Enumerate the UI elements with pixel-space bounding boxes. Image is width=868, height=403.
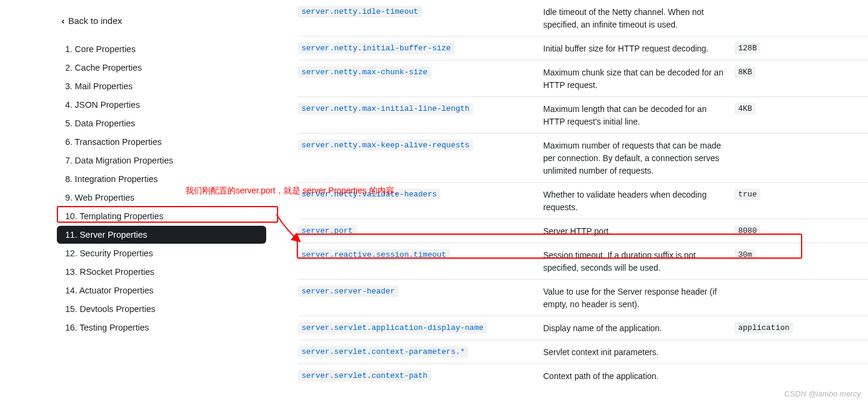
property-name-cell: server.server-header bbox=[298, 286, 543, 311]
property-default-value: 4KB bbox=[735, 103, 756, 114]
property-name-link[interactable]: server.netty.initial-buffer-size bbox=[298, 43, 455, 54]
property-name-link[interactable]: server.netty.max-initial-line-length bbox=[298, 103, 473, 114]
back-label: Back to index bbox=[68, 16, 122, 26]
table-row: server.netty.initial-buffer-sizeInitial … bbox=[298, 36, 868, 60]
properties-table: server.netty.idle-timeoutIdle timeout of… bbox=[298, 0, 868, 387]
sidebar-item[interactable]: 3. Mail Properties bbox=[57, 77, 266, 95]
property-default-cell: 128B bbox=[735, 43, 806, 55]
table-row: server.netty.max-keep-alive-requestsMaxi… bbox=[298, 133, 868, 182]
table-row: server.servlet.context-parameters.*Servl… bbox=[298, 340, 868, 363]
table-row: server.server-headerValue to use for the… bbox=[298, 279, 868, 316]
sidebar-item-label: 14. Actuator Properties bbox=[65, 286, 154, 295]
sidebar-item-label: 4. JSON Properties bbox=[65, 100, 140, 110]
property-default-cell: 4KB bbox=[735, 103, 806, 128]
sidebar-item[interactable]: 4. JSON Properties bbox=[57, 96, 266, 114]
sidebar-item[interactable]: 1. Core Properties bbox=[57, 40, 266, 58]
table-row: server.reactive.session.timeoutSession t… bbox=[298, 243, 868, 279]
table-row: server.portServer HTTP port.8080 bbox=[298, 219, 868, 243]
sidebar-item-label: 13. RSocket Properties bbox=[65, 267, 154, 277]
sidebar-item-label: 8. Integration Properties bbox=[65, 174, 158, 184]
property-default-cell: 30m bbox=[735, 249, 806, 274]
property-default-value: true bbox=[735, 189, 760, 200]
sidebar-item[interactable]: 14. Actuator Properties bbox=[57, 281, 266, 299]
table-row: server.netty.max-chunk-sizeMaximum chunk… bbox=[298, 60, 868, 96]
property-description: Whether to validate headers when decodin… bbox=[543, 189, 735, 214]
property-name-link[interactable]: server.reactive.session.timeout bbox=[298, 249, 450, 260]
sidebar-item[interactable]: 13. RSocket Properties bbox=[57, 263, 266, 281]
property-description: Maximum length that can be decoded for a… bbox=[543, 103, 735, 128]
property-default-cell bbox=[735, 6, 806, 31]
property-default-cell bbox=[735, 370, 806, 383]
sidebar-item-label: 12. Security Properties bbox=[65, 249, 153, 258]
property-name-cell: server.netty.max-keep-alive-requests bbox=[298, 140, 543, 177]
property-name-link[interactable]: server.netty.validate-headers bbox=[298, 189, 440, 200]
property-description: Value to use for the Server response hea… bbox=[543, 286, 735, 311]
sidebar-item[interactable]: 11. Server Properties bbox=[57, 226, 266, 244]
property-name-cell: server.netty.max-initial-line-length bbox=[298, 103, 543, 128]
sidebar-item[interactable]: 16. Testing Properties bbox=[57, 319, 266, 337]
property-default-value: application bbox=[735, 322, 793, 334]
property-name-cell: server.netty.max-chunk-size bbox=[298, 66, 543, 92]
table-row: server.servlet.context-pathContext path … bbox=[298, 363, 868, 387]
property-name-cell: server.servlet.application-display-name bbox=[298, 322, 543, 335]
property-description: Display name of the application. bbox=[543, 322, 735, 335]
property-default-cell: application bbox=[735, 322, 806, 335]
sidebar-item[interactable]: 6. Transaction Properties bbox=[57, 133, 266, 151]
property-name-link[interactable]: server.port bbox=[298, 225, 357, 237]
sidebar: ‹ Back to index 1. Core Properties2. Cac… bbox=[0, 0, 275, 403]
property-name-cell: server.netty.initial-buffer-size bbox=[298, 43, 543, 55]
property-default-value: 8KB bbox=[735, 66, 756, 78]
property-name-link[interactable]: server.servlet.context-parameters.* bbox=[298, 346, 468, 357]
property-description: Maximum number of requests that can be m… bbox=[543, 140, 735, 177]
property-default-value: 30m bbox=[735, 249, 756, 260]
property-description: Idle timeout of the Netty channel. When … bbox=[543, 6, 735, 31]
property-description: Server HTTP port. bbox=[543, 225, 735, 238]
sidebar-nav-list: 1. Core Properties2. Cache Properties3. … bbox=[57, 40, 275, 337]
property-name-link[interactable]: server.netty.max-chunk-size bbox=[298, 66, 431, 78]
property-description: Initial buffer size for HTTP request dec… bbox=[543, 43, 735, 55]
sidebar-item[interactable]: 10. Templating Properties bbox=[57, 207, 266, 225]
table-row: server.netty.validate-headersWhether to … bbox=[298, 182, 868, 219]
sidebar-item[interactable]: 15. Devtools Properties bbox=[57, 300, 266, 318]
sidebar-item[interactable]: 7. Data Migration Properties bbox=[57, 151, 266, 169]
sidebar-item-label: 2. Cache Properties bbox=[65, 63, 142, 72]
sidebar-item-label: 15. Devtools Properties bbox=[65, 304, 156, 314]
sidebar-item[interactable]: 2. Cache Properties bbox=[57, 59, 266, 77]
sidebar-item[interactable]: 5. Data Properties bbox=[57, 114, 266, 132]
sidebar-item-label: 11. Server Properties bbox=[65, 230, 147, 240]
sidebar-item-label: 16. Testing Properties bbox=[65, 323, 149, 332]
sidebar-item[interactable]: 8. Integration Properties bbox=[57, 170, 266, 188]
property-default-cell: true bbox=[735, 189, 806, 214]
chevron-left-icon: ‹ bbox=[62, 16, 65, 26]
property-default-cell: 8080 bbox=[735, 225, 806, 238]
property-name-cell: server.servlet.context-parameters.* bbox=[298, 346, 543, 359]
property-default-cell bbox=[735, 140, 806, 177]
sidebar-item-label: 1. Core Properties bbox=[65, 44, 136, 54]
back-to-index-link[interactable]: ‹ Back to index bbox=[57, 12, 275, 29]
property-description: Maximum chunk size that can be decoded f… bbox=[543, 66, 735, 92]
property-name-link[interactable]: server.servlet.application-display-name bbox=[298, 322, 487, 334]
property-name-link[interactable]: server.netty.max-keep-alive-requests bbox=[298, 140, 473, 151]
property-name-link[interactable]: server.server-header bbox=[298, 286, 398, 297]
sidebar-item-label: 3. Mail Properties bbox=[65, 81, 133, 91]
sidebar-item-label: 5. Data Properties bbox=[65, 119, 135, 128]
property-name-link[interactable]: server.netty.idle-timeout bbox=[298, 6, 422, 17]
property-default-cell: 8KB bbox=[735, 66, 806, 92]
table-row: server.netty.max-initial-line-lengthMaxi… bbox=[298, 96, 868, 133]
property-name-cell: server.reactive.session.timeout bbox=[298, 249, 543, 274]
property-default-value: 8080 bbox=[735, 225, 760, 237]
property-description: Servlet context init parameters. bbox=[543, 346, 735, 359]
property-default-cell bbox=[735, 286, 806, 311]
sidebar-item-label: 9. Web Properties bbox=[65, 193, 135, 202]
sidebar-item-label: 6. Transaction Properties bbox=[65, 137, 162, 147]
property-name-link[interactable]: server.servlet.context-path bbox=[298, 370, 431, 381]
property-name-cell: server.port bbox=[298, 225, 543, 238]
sidebar-item-label: 7. Data Migration Properties bbox=[65, 156, 173, 165]
property-description: Session timeout. If a duration suffix is… bbox=[543, 249, 735, 274]
sidebar-item[interactable]: 12. Security Properties bbox=[57, 244, 266, 262]
table-row: server.servlet.application-display-nameD… bbox=[298, 316, 868, 340]
table-row: server.netty.idle-timeoutIdle timeout of… bbox=[298, 0, 868, 36]
main-content: server.netty.idle-timeoutIdle timeout of… bbox=[275, 0, 868, 403]
sidebar-item[interactable]: 9. Web Properties bbox=[57, 189, 266, 207]
sidebar-item-label: 10. Templating Properties bbox=[65, 211, 163, 221]
